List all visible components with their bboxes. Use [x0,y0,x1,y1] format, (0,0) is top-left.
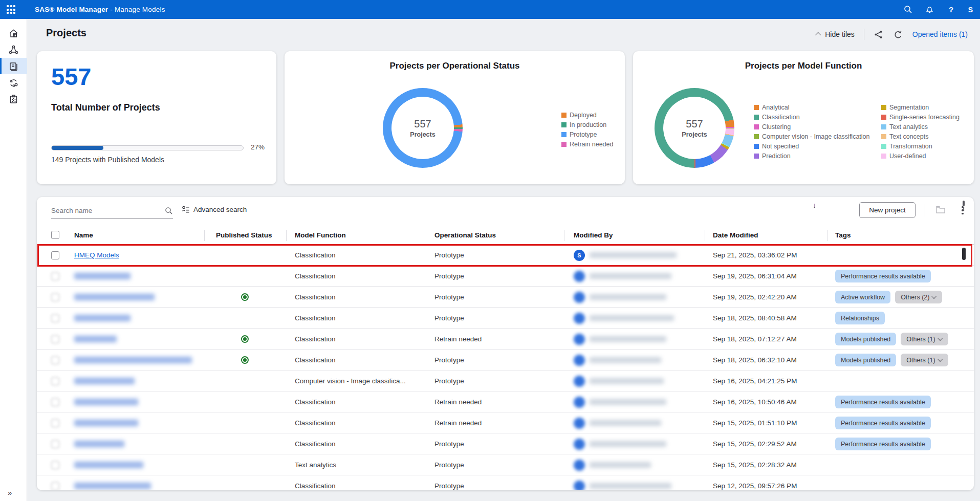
table-row[interactable]: ClassificationRetrain neededSep 18, 2025… [37,329,974,350]
published-status-icon [241,335,249,343]
row-checkbox[interactable] [51,482,59,490]
column-divider [564,230,564,241]
project-name-link-masked[interactable] [74,462,143,468]
table-row[interactable]: Computer vision - Image classifica...Pro… [37,371,974,391]
notifications-bell-icon[interactable] [925,5,934,14]
share-icon[interactable] [874,29,884,39]
sidebar-item-home[interactable] [0,25,27,41]
project-name-link-masked[interactable] [74,273,130,279]
app-launcher-grid-icon[interactable] [7,5,15,14]
vertical-scrollbar-thumb[interactable] [962,248,966,260]
sidebar-item-tasks[interactable] [0,91,27,107]
operational-status-donut-chart[interactable]: 557 Projects [383,88,463,168]
advanced-search-label: Advanced search [193,206,247,213]
column-options-icon[interactable] [961,200,966,213]
project-name-link-masked[interactable] [74,399,138,405]
table-row[interactable]: ClassificationPrototypeSep 18, 2025, 06:… [37,350,974,371]
legend-label: Deployed [570,112,597,119]
user-avatar [574,397,585,408]
column-header-name[interactable]: Name [74,231,93,239]
project-name-link-masked[interactable] [74,315,130,321]
table-header: NamePublished StatusModel FunctionOperat… [37,227,974,245]
table-row[interactable]: ClassificationPrototypeSep 15, 2025, 02:… [37,433,974,454]
donut-center-unit: Projects [682,131,707,138]
date-modified-cell: Sep 15, 2025, 02:28:32 AM [713,454,797,475]
table-row[interactable]: ClassificationRetrain neededSep 16, 2025… [37,391,974,412]
opened-items-link[interactable]: Opened items (1) [912,30,968,38]
model-function-donut-chart[interactable]: 557 Projects [655,88,734,168]
legend-swatch [754,134,759,139]
new-project-button[interactable]: New project [859,202,916,218]
top-bar: SAS® Model Manager - Manage Models ? S [0,0,980,19]
hide-tiles-button[interactable]: Hide tiles [817,30,855,38]
sort-descending-arrow-icon[interactable]: ↓ [813,201,816,209]
tag-others-dropdown[interactable]: Others (1) [901,333,948,345]
project-name-link-masked[interactable] [74,336,117,342]
row-checkbox[interactable] [51,461,59,469]
project-name-link[interactable]: HMEQ Models [74,251,119,259]
row-checkbox[interactable] [51,251,59,259]
project-name-link-masked[interactable] [74,294,155,300]
legend-swatch [561,122,567,127]
column-header-operational-status[interactable]: Operational Status [434,231,496,239]
column-header-tags[interactable]: Tags [835,231,851,239]
table-row[interactable]: ClassificationPrototypeSep 19, 2025, 02:… [37,287,974,308]
tag-others-dropdown[interactable]: Others (1) [901,354,948,366]
table-row[interactable]: ClassificationRetrain neededSep 15, 2025… [37,412,974,433]
column-header-published-status[interactable]: Published Status [216,231,272,239]
column-header-model-function[interactable]: Model Function [295,231,346,239]
sidebar-item-pipelines[interactable] [0,41,27,58]
tag-pill: Relationships [835,312,885,324]
legend-item: In production [561,121,613,128]
project-name-link-masked[interactable] [74,483,151,489]
table-row-highlighted[interactable]: HMEQ ModelsClassificationPrototypeSSep 2… [37,245,974,266]
row-checkbox[interactable] [51,398,59,406]
model-function-cell: Classification [295,266,336,287]
row-checkbox[interactable] [51,335,59,343]
sidebar-expand-chevron[interactable]: » [8,488,11,497]
folder-icon[interactable] [935,205,946,216]
donut-center-value: 557 [686,118,703,130]
search-magnifier-icon[interactable] [165,207,173,215]
column-header-modified-by[interactable]: Modified By [574,231,613,239]
project-name-link-masked[interactable] [74,441,124,447]
column-header-date-modified[interactable]: Date Modified [713,231,758,239]
project-name-link-masked[interactable] [74,378,135,384]
donut-center-value: 557 [414,118,431,130]
sidebar-item-projects[interactable] [0,58,27,74]
column-divider [827,230,828,241]
help-icon[interactable]: ? [947,5,956,14]
app-title-brand: SAS® Model Manager [35,6,108,13]
search-icon[interactable] [904,5,913,14]
table-row[interactable]: ClassificationPrototypeSep 12, 2025, 09:… [37,475,974,490]
user-avatar[interactable]: S [968,6,973,14]
advanced-search-button[interactable]: Advanced search [182,205,247,213]
legend-label: Retrain needed [570,141,613,148]
row-checkbox[interactable] [51,272,59,280]
table-row[interactable]: Text analyticsPrototypeSep 15, 2025, 02:… [37,454,974,475]
row-checkbox[interactable] [51,293,59,301]
row-checkbox[interactable] [51,440,59,448]
operational-status-tile: Projects per Operational Status 557 Proj… [285,51,625,184]
table-body: HMEQ ModelsClassificationPrototypeSSep 2… [37,245,974,490]
row-checkbox[interactable] [51,314,59,322]
row-checkbox[interactable] [51,419,59,427]
select-all-checkbox[interactable] [51,231,59,239]
legend-swatch [754,154,759,159]
legend-swatch [561,142,567,147]
row-checkbox[interactable] [51,377,59,385]
sidebar-item-lineage[interactable] [0,74,27,91]
legend-swatch [881,124,886,129]
row-checkbox[interactable] [51,356,59,364]
legend-swatch [754,124,759,129]
refresh-icon[interactable] [893,29,903,39]
project-name-link-masked[interactable] [74,357,192,363]
table-row[interactable]: ClassificationPrototypeSep 18, 2025, 08:… [37,308,974,329]
search-input[interactable] [51,207,165,214]
operational-status-cell: Retrain needed [434,329,482,350]
operational-status-cell: Prototype [434,371,464,391]
tag-others-dropdown[interactable]: Others (2) [895,291,942,303]
table-row[interactable]: ClassificationPrototypeSep 19, 2025, 06:… [37,266,974,287]
model-function-cell: Classification [295,391,336,412]
project-name-link-masked[interactable] [74,420,138,426]
